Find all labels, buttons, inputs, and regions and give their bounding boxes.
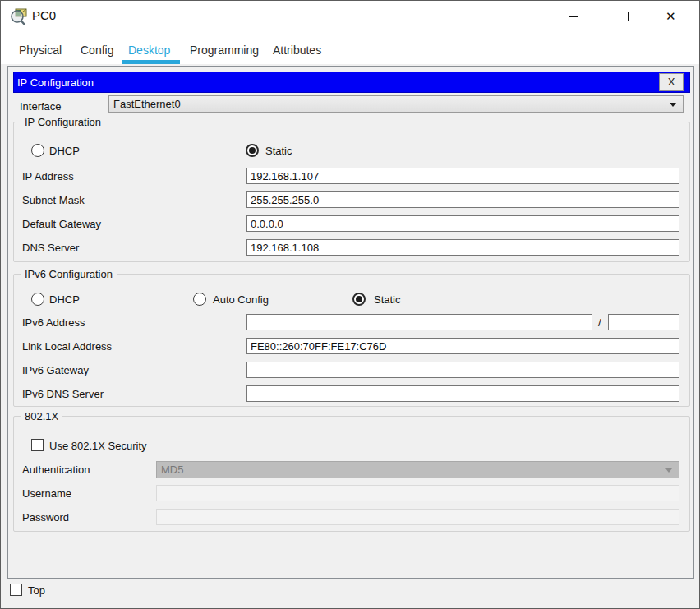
link-local-address-label: Link Local Address — [22, 340, 112, 353]
dns-server-label: DNS Server — [22, 242, 79, 254]
authentication-selected-value: MD5 — [161, 464, 183, 476]
dhcp-radio-label[interactable]: DHCP — [49, 145, 80, 157]
ipv6-prefix-separator: / — [598, 316, 601, 329]
maximize-icon — [619, 12, 629, 21]
default-gateway-label: Default Gateway — [22, 218, 101, 230]
ipv6-configuration-legend: IPv6 Configuration — [21, 268, 117, 280]
interface-label: Interface — [20, 100, 62, 113]
ipv6-dns-server-field[interactable] — [246, 385, 679, 402]
chevron-down-icon — [670, 103, 676, 107]
minimize-icon — [569, 16, 578, 17]
dns-server-field[interactable] — [246, 239, 679, 256]
static-radio-label[interactable]: Static — [265, 145, 292, 157]
window-titlebar: PC0 ✕ — [1, 1, 699, 32]
ipv6-static-radio[interactable] — [352, 293, 366, 306]
ipv6-auto-config-radio-label[interactable]: Auto Config — [213, 293, 269, 306]
interface-select[interactable]: FastEthernet0 — [108, 95, 684, 113]
password-label: Password — [22, 511, 69, 524]
ipv6-address-label: IPv6 Address — [22, 316, 85, 329]
ip-address-field[interactable] — [246, 168, 679, 184]
dialog-close-button[interactable]: X — [659, 73, 684, 91]
tab-desktop[interactable]: Desktop — [128, 44, 170, 57]
close-icon: ✕ — [665, 8, 676, 25]
use-802-1x-security-checkbox[interactable] — [31, 439, 44, 451]
dialog-titlebar: IP Configuration X — [13, 72, 690, 93]
link-local-address-field[interactable] — [246, 338, 679, 354]
device-tabstrip: Physical Config Desktop Programming Attr… — [1, 32, 699, 66]
ip-address-label: IP Address — [22, 170, 74, 182]
tab-config[interactable]: Config — [81, 44, 113, 57]
dialog-title: IP Configuration — [17, 76, 94, 89]
window-title: PC0 — [32, 8, 56, 22]
ipv6-dhcp-radio-label[interactable]: DHCP — [49, 293, 80, 306]
close-button[interactable]: ✕ — [655, 1, 693, 32]
dot1x-group: 802.1X Use 802.1X Security Authenticatio… — [13, 416, 690, 532]
chevron-down-icon — [665, 468, 672, 473]
tab-attributes[interactable]: Attributes — [273, 44, 321, 57]
default-gateway-field[interactable] — [246, 215, 679, 232]
minimize-button[interactable] — [555, 1, 592, 32]
ipv6-dns-server-label: IPv6 DNS Server — [22, 388, 104, 400]
ipv6-auto-config-radio[interactable] — [193, 293, 206, 306]
ip-configuration-group: IP Configuration DHCP Static IP Address … — [13, 122, 690, 262]
ipv6-gateway-field[interactable] — [246, 362, 679, 378]
ipv6-dhcp-radio[interactable] — [31, 293, 44, 306]
static-radio[interactable] — [246, 144, 259, 157]
ipv6-gateway-label: IPv6 Gateway — [22, 364, 89, 376]
username-field — [156, 485, 679, 501]
subnet-mask-field[interactable] — [246, 191, 679, 208]
use-802-1x-security-label[interactable]: Use 802.1X Security — [49, 440, 147, 452]
interface-selected-value: FastEthernet0 — [113, 98, 181, 110]
packet-tracer-magnifier-icon — [10, 7, 30, 26]
ipv6-address-field[interactable] — [246, 314, 592, 330]
authentication-label: Authentication — [22, 464, 90, 476]
tab-physical[interactable]: Physical — [19, 44, 62, 57]
top-checkbox-label[interactable]: Top — [28, 584, 45, 597]
ip-configuration-legend: IP Configuration — [21, 116, 105, 128]
subnet-mask-label: Subnet Mask — [22, 194, 85, 206]
tab-programming[interactable]: Programming — [190, 44, 259, 57]
password-field — [156, 509, 679, 525]
username-label: Username — [22, 487, 71, 500]
dhcp-radio[interactable] — [31, 144, 44, 157]
pc0-device-window: PC0 ✕ Physical Config Desktop Programmin… — [0, 0, 700, 609]
maximize-button[interactable] — [605, 1, 642, 32]
ipv6-prefix-field[interactable] — [608, 314, 679, 330]
ip-configuration-dialog: IP Configuration X Interface FastEtherne… — [7, 66, 694, 579]
authentication-select: MD5 — [156, 461, 679, 478]
dot1x-legend: 802.1X — [21, 410, 62, 422]
ipv6-static-radio-label[interactable]: Static — [374, 293, 401, 306]
top-checkbox[interactable] — [10, 584, 22, 596]
ipv6-configuration-group: IPv6 Configuration DHCP Auto Config Stat… — [13, 274, 690, 407]
